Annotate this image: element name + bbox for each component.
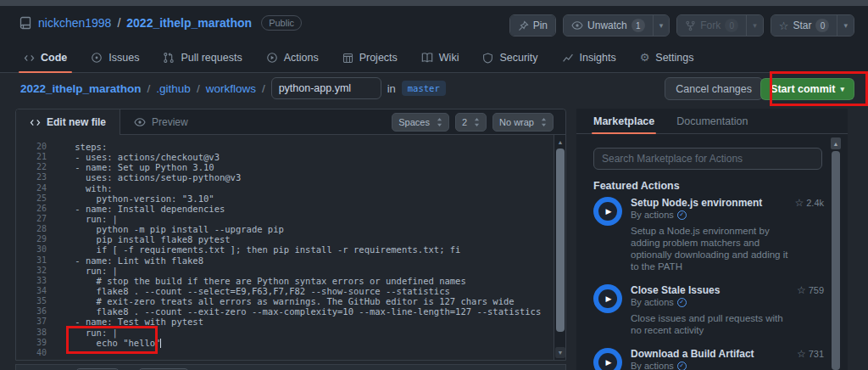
code-line-23[interactable]: 23 uses: actions/setup-python@v3 [16,172,554,182]
code-line-32[interactable]: 32 run: | [16,266,554,276]
breadcrumb-separator: / [197,82,200,95]
nav-tab-label: Insights [580,52,616,64]
nav-tab-projects[interactable]: Projects [334,42,406,73]
action-title[interactable]: Download a Build Artifact [631,348,754,360]
code-line-25[interactable]: 25 python-version: "3.10" [16,193,554,204]
code-text: if [ -f requirements.txt ]; then pip ins… [53,244,460,255]
code-line-27[interactable]: 27 run: | [16,214,554,224]
nav-tab-label: Settings [655,52,693,64]
code-line-26[interactable]: 26 - name: Install dependencies [16,204,554,214]
repo-action-buttons: Pin Unwatch 1 ▾ [509,14,854,36]
nav-tab-insights[interactable]: Insights [554,42,625,73]
nav-tab-pull-requests[interactable]: Pull requests [154,42,250,73]
eye-icon [134,116,146,128]
code-line-31[interactable]: 31 - name: Lint with flake8 [16,255,554,266]
code-line-21[interactable]: 21 - uses: actions/checkout@v3 [16,152,554,162]
featured-action-card[interactable]: ▶Close Stale Issues☆759By actions✓Close … [593,284,824,336]
fork-button-group: Fork 0 ▾ [676,14,764,36]
code-line-40[interactable]: 40 [16,348,554,358]
start-commit-button[interactable]: Start commit ▾ [760,78,854,100]
unwatch-button[interactable]: Unwatch 1 [564,15,653,36]
editor-select-spaces[interactable]: Spaces [392,113,449,132]
marketplace-search-input[interactable] [593,148,822,170]
tab-marketplace[interactable]: Marketplace [593,109,654,133]
repo-name-link[interactable]: 2022_ithelp_marathon [126,16,252,30]
line-number: 33 [16,276,47,286]
tab-preview[interactable]: Preview [120,109,202,134]
editor-select-2[interactable]: 2 [455,113,487,132]
star-dropdown-caret[interactable]: ▾ [837,15,854,36]
code-line-33[interactable]: 33 # stop the build if there are Python … [16,276,554,286]
breadcrumb-workflows-dir-link[interactable]: workflows [206,82,256,95]
code-line-28[interactable]: 28 python -m pip install --upgrade pip [16,224,554,234]
fork-dropdown-caret[interactable]: ▾ [746,15,763,36]
code-line-29[interactable]: 29 pip install flake8 pytest [16,234,554,244]
scroll-up-arrow[interactable]: ▲ [555,137,565,148]
action-title[interactable]: Close Stale Issues [631,284,720,296]
scrollbar-thumb[interactable] [832,151,840,370]
pin-button[interactable]: Pin [510,15,555,36]
star-button[interactable]: ☆ Star 0 [771,15,837,36]
action-star-count: ☆759 [797,284,824,296]
nav-tab-label: Code [41,52,67,64]
code-line-24[interactable]: 24 with: [16,183,554,193]
featured-action-card[interactable]: ▶Download a Build Artifact☆731By actions… [593,348,824,370]
fork-button[interactable]: Fork 0 [677,15,746,36]
action-star-count: ☆731 [797,348,824,360]
action-author-name: By actions [631,297,674,307]
code-line-30[interactable]: 30 if [ -f requirements.txt ]; then pip … [16,244,554,255]
repo-owner-link[interactable]: nickchen1998 [38,16,111,30]
code-line-22[interactable]: 22 - name: Set up Python 3.10 [16,162,554,172]
github-file-editor-page: nickchen1998 / 2022_ithelp_marathon Publ… [0,0,868,370]
star-icon: ☆ [797,348,806,360]
code-line-39[interactable]: 39 echo "hello" [16,338,554,348]
sidebar-vertical-scrollbar[interactable]: ▲ [831,137,841,370]
editor-vertical-scrollbar[interactable]: ▲ ▼ [554,135,565,360]
scroll-down-arrow[interactable]: ▼ [555,347,565,358]
start-commit-label: Start commit [771,83,835,95]
nav-tab-settings[interactable]: ⚙Settings [632,42,703,73]
breadcrumb-github-dir-link[interactable]: .github [156,82,191,95]
filename-input[interactable] [271,77,381,99]
code-line-36[interactable]: 36 flake8 . --count --exit-zero --max-co… [16,306,554,317]
code-line-35[interactable]: 35 # exit-zero treats all errors as warn… [16,296,554,306]
featured-actions-heading: Featured Actions [593,180,680,192]
nav-tab-issues[interactable]: Issues [82,42,147,73]
scroll-up-arrow[interactable]: ▲ [831,137,841,149]
editor-select-no-wrap[interactable]: No wrap [492,113,554,132]
nav-tab-label: Pull requests [181,52,242,64]
tab-edit-label: Edit new file [47,116,106,128]
code-editor[interactable]: 20 steps:21 - uses: actions/checkout@v32… [16,135,554,360]
line-number: 36 [16,306,47,317]
nav-tab-actions[interactable]: Actions [258,42,327,73]
tab-edit-new-file[interactable]: Edit new file [16,109,120,135]
code-line-38[interactable]: 38 run: | [16,328,554,338]
code-line-34[interactable]: 34 flake8 . --count --select=E9,F63,F7,F… [16,286,554,296]
line-number: 21 [16,152,47,162]
chevron-down-icon: ▾ [840,85,844,93]
watch-count-badge: 1 [632,19,645,32]
star-button-group: ☆ Star 0 ▾ [771,14,854,36]
code-line-37[interactable]: 37 - name: Test with pytest [16,317,554,327]
action-card-body: Setup Node.js environment☆2.4kBy actions… [631,197,824,272]
line-number: 32 [16,266,47,276]
code-line-20[interactable]: 20 steps: [16,142,554,152]
action-title[interactable]: Setup Node.js environment [631,197,762,209]
repo-title-row: nickchen1998 / 2022_ithelp_marathon Publ… [19,15,302,31]
featured-action-card[interactable]: ▶Setup Node.js environment☆2.4kBy action… [593,197,824,272]
nav-tab-wiki[interactable]: Wiki [413,42,468,73]
tab-preview-label: Preview [152,116,188,128]
tab-documentation[interactable]: Documentation [676,109,748,133]
watch-dropdown-caret[interactable]: ▾ [653,15,670,36]
nav-tab-label: Wiki [439,52,459,64]
unwatch-label: Unwatch [587,20,627,31]
breadcrumb-repo-link[interactable]: 2022_ithelp_marathon [20,82,142,95]
scrollbar-thumb[interactable] [556,149,565,332]
nav-tab-code[interactable]: Code [15,42,75,73]
cancel-changes-button[interactable]: Cancel changes [665,77,763,100]
pin-icon [518,20,529,31]
line-number: 30 [16,244,47,255]
updown-arrows-icon [541,117,547,127]
nav-tab-security[interactable]: Security [474,42,546,73]
actions-play-icon: ▶ [593,348,622,370]
